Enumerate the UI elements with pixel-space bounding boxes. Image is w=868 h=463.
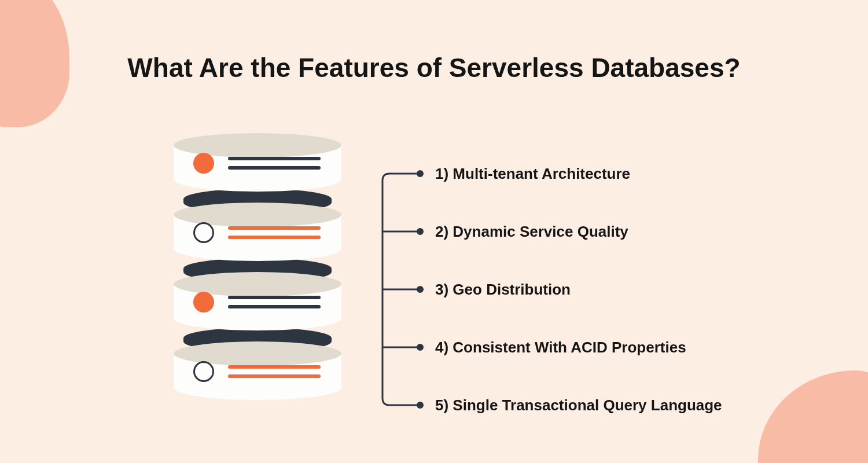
disk-dot-icon: [193, 292, 214, 313]
bullet-icon: [417, 170, 424, 177]
feature-label: 3) Geo Distribution: [435, 281, 571, 299]
bullet-icon: [417, 228, 424, 235]
decorative-blob-bottom-right: [758, 370, 868, 463]
list-item: 2) Dynamic Service Quality: [417, 203, 722, 260]
feature-label: 5) Single Transactional Query Language: [435, 396, 722, 414]
disk-dot-icon: [193, 361, 214, 382]
feature-label: 2) Dynamic Service Quality: [435, 223, 628, 241]
disk-dot-icon: [193, 222, 214, 243]
feature-list: 1) Multi-tenant Architecture 2) Dynamic …: [417, 145, 722, 434]
list-item: 3) Geo Distribution: [417, 260, 722, 318]
list-item: 4) Consistent With ACID Properties: [417, 318, 722, 376]
bullet-icon: [417, 344, 424, 351]
feature-label: 4) Consistent With ACID Properties: [435, 339, 686, 357]
page-title: What Are the Features of Serverless Data…: [0, 52, 868, 83]
feature-label: 1) Multi-tenant Architecture: [435, 165, 630, 183]
list-item: 5) Single Transactional Query Language: [417, 376, 722, 434]
disk-dot-icon: [193, 153, 214, 174]
bullet-icon: [417, 402, 424, 409]
list-item: 1) Multi-tenant Architecture: [417, 145, 722, 203]
database-stack-icon: [174, 133, 341, 411]
bullet-icon: [417, 286, 424, 293]
